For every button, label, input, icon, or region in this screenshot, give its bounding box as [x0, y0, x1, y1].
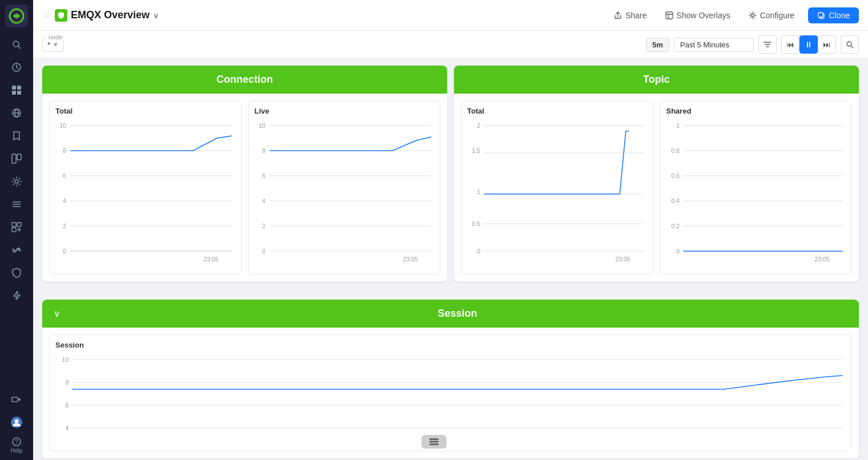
sidebar-item-help[interactable]: ? Help — [6, 435, 27, 455]
node-selector[interactable]: node * ▼ — [42, 38, 64, 52]
topic-total-chart-title: Total — [467, 107, 647, 115]
connection-total-chart-card: Total 10 8 6 4 2 0 — [49, 100, 242, 275]
topbar-right: Share Show Overlays Configure Clone — [609, 7, 859, 23]
svg-text:0: 0 — [262, 248, 266, 255]
session-chart-area: 10 8 6 4 — [55, 354, 846, 445]
svg-text:0.8: 0.8 — [671, 148, 680, 154]
sidebar-item-globe[interactable] — [6, 103, 27, 123]
connection-panel-header: Connection — [42, 66, 447, 94]
node-value: * — [47, 41, 50, 49]
title-chevron-icon[interactable]: ∨ — [153, 11, 159, 20]
svg-point-14 — [15, 180, 18, 183]
topbar: ☆ EMQX Overview ∨ Share Show Overlays Co… — [33, 0, 868, 31]
session-panel: ∨ Session Session 10 8 6 4 — [42, 300, 859, 458]
session-chart-card: Session 10 8 6 4 — [49, 334, 852, 451]
svg-text:0: 0 — [676, 248, 680, 255]
svg-point-23 — [15, 419, 19, 423]
connection-panel-title: Connection — [54, 74, 436, 86]
topic-panel-header: Topic — [454, 66, 859, 94]
svg-text:0.4: 0.4 — [671, 198, 680, 204]
time-backward-button[interactable]: ⏮ — [781, 35, 799, 54]
svg-point-27 — [751, 14, 754, 17]
svg-rect-18 — [12, 223, 16, 227]
svg-text:23:05: 23:05 — [203, 256, 219, 263]
session-panel-header[interactable]: ∨ Session — [42, 300, 859, 328]
session-panel-chevron-icon[interactable]: ∨ — [54, 308, 61, 319]
svg-text:23:05: 23:05 — [403, 256, 418, 263]
sidebar-item-dashboard[interactable] — [6, 80, 27, 100]
svg-text:23:05: 23:05 — [814, 256, 830, 263]
sidebar-item-settings[interactable] — [6, 171, 27, 192]
filter-button[interactable] — [758, 35, 777, 54]
sidebar-item-security[interactable] — [6, 263, 27, 283]
table-view-button[interactable] — [421, 435, 447, 449]
search-time-button[interactable] — [841, 35, 859, 54]
session-chart-title: Session — [55, 341, 846, 349]
connection-live-chart-title: Live — [255, 107, 435, 115]
configure-button[interactable]: Configure — [744, 9, 799, 22]
node-label: node — [47, 34, 63, 41]
time-range-select[interactable]: Past 5 Minutes Past 15 Minutes Past 1 Ho… — [674, 38, 754, 52]
svg-text:4: 4 — [63, 198, 66, 204]
sidebar-avatar[interactable] — [6, 412, 27, 433]
connection-live-chart-card: Live 10 8 6 4 2 0 — [248, 100, 441, 275]
toolbar: node * ▼ 5m Past 5 Minutes Past 15 Minut… — [33, 31, 868, 59]
clone-button[interactable]: Clone — [808, 7, 859, 23]
svg-rect-13 — [17, 154, 21, 160]
svg-text:23:05: 23:05 — [615, 256, 630, 263]
sidebar-item-list[interactable] — [6, 194, 27, 215]
sidebar-item-plugin[interactable] — [6, 389, 27, 410]
sidebar-item-search[interactable] — [6, 34, 27, 55]
favorite-icon[interactable]: ☆ — [42, 10, 50, 21]
svg-text:2: 2 — [262, 223, 266, 229]
sidebar-item-history[interactable] — [6, 57, 27, 78]
svg-rect-91 — [429, 438, 439, 440]
share-button[interactable]: Share — [609, 9, 651, 22]
svg-rect-26 — [666, 12, 673, 19]
toolbar-right: 5m Past 5 Minutes Past 15 Minutes Past 1… — [646, 35, 859, 54]
svg-rect-20 — [12, 228, 16, 232]
topic-shared-chart-title: Shared — [666, 107, 846, 115]
sidebar-item-link[interactable] — [6, 240, 27, 260]
svg-point-30 — [847, 42, 851, 46]
topic-shared-chart-area: 1 0.8 0.6 0.4 0.2 0 — [666, 120, 846, 268]
svg-text:4: 4 — [65, 425, 69, 431]
topbar-left: ☆ EMQX Overview ∨ — [42, 9, 159, 22]
svg-rect-8 — [17, 91, 21, 95]
topic-total-chart-card: Total 2 1.5 1 0.5 0 — [461, 100, 653, 275]
svg-text:6: 6 — [262, 173, 266, 179]
sidebar-item-blocks[interactable] — [6, 148, 27, 169]
svg-text:1: 1 — [477, 189, 480, 195]
connection-live-chart-area: 10 8 6 4 2 0 — [255, 120, 435, 268]
configure-label: Configure — [760, 11, 795, 20]
svg-rect-29 — [818, 13, 823, 17]
svg-rect-92 — [429, 441, 439, 443]
topic-panel: Topic Total 2 1.5 1 0.5 0 — [454, 66, 859, 281]
svg-rect-7 — [12, 91, 16, 95]
topic-shared-chart-card: Shared 1 0.8 0.6 0.4 0.2 0 — [660, 100, 853, 275]
sidebar-item-lightning[interactable] — [6, 285, 27, 306]
title-badge: EMQX Overview ∨ — [55, 9, 159, 22]
svg-line-3 — [18, 46, 21, 49]
time-interval-badge: 5m — [646, 38, 669, 52]
svg-text:0.5: 0.5 — [472, 221, 480, 227]
svg-text:4: 4 — [262, 198, 266, 204]
page-title: EMQX Overview — [71, 9, 150, 21]
sidebar-item-bookmark[interactable] — [6, 126, 27, 146]
connection-panel-body: Total 10 8 6 4 2 0 — [42, 94, 447, 281]
time-pause-button[interactable]: ⏸ — [799, 35, 818, 54]
svg-text:8: 8 — [65, 380, 69, 386]
time-forward-button[interactable]: ⏭ — [818, 35, 836, 54]
sidebar-item-modules[interactable] — [6, 217, 27, 237]
svg-text:0.2: 0.2 — [671, 223, 680, 229]
svg-line-31 — [851, 46, 854, 49]
show-overlays-button[interactable]: Show Overlays — [661, 9, 735, 22]
svg-text:0: 0 — [63, 248, 66, 255]
svg-text:0.6: 0.6 — [671, 173, 680, 179]
svg-rect-6 — [17, 86, 21, 90]
session-panel-body: Session 10 8 6 4 — [42, 328, 859, 458]
connection-panel: Connection Total 10 8 6 4 — [42, 66, 447, 281]
sidebar-logo — [5, 5, 28, 27]
clone-label: Clone — [829, 11, 850, 20]
svg-text:0: 0 — [477, 248, 480, 255]
